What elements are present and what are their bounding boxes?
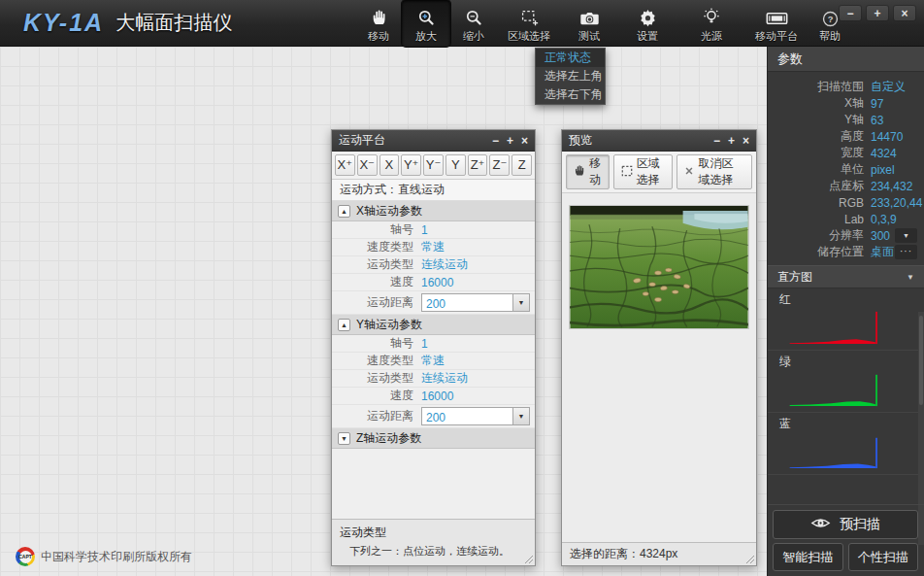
- toolbar-button-zoom-in[interactable]: 放大: [402, 0, 450, 47]
- blue-histogram: [787, 433, 890, 470]
- menu-item-normal-state[interactable]: 正常状态: [536, 49, 605, 67]
- row-value[interactable]: 97: [871, 97, 924, 111]
- histogram-header[interactable]: 直方图 ▼: [768, 265, 924, 288]
- row-value[interactable]: 63: [871, 114, 924, 127]
- parameters-sidebar: 参数 扫描范围 自定义 X轴 97 Y轴 63 高度 14470 宽度 4324: [767, 47, 924, 576]
- row-value[interactable]: 4324: [871, 147, 924, 160]
- red-histogram: [787, 309, 890, 346]
- row-value[interactable]: 常速: [421, 353, 535, 369]
- row-label: 扫描范围: [768, 79, 871, 95]
- panel-minimize-button[interactable]: −: [713, 135, 720, 147]
- toolbar-label: 帮助: [819, 29, 841, 44]
- motion-panel-titlebar[interactable]: 运动平台 − + ×: [332, 130, 535, 152]
- copyright-bar: CAPT 中国科学技术印刷所版权所有: [16, 547, 192, 566]
- row-value[interactable]: 1: [421, 337, 535, 351]
- channel-label: 红: [768, 291, 924, 308]
- toolbar-button-test[interactable]: 测试: [561, 0, 617, 47]
- resize-grip[interactable]: [744, 554, 754, 563]
- axis-z-minus-button[interactable]: Z⁻: [489, 154, 510, 176]
- browse-location-button[interactable]: ···: [895, 245, 917, 259]
- row-value[interactable]: 16000: [421, 390, 535, 403]
- parameters-rows: 扫描范围 自定义 X轴 97 Y轴 63 高度 14470 宽度 4324 单位…: [768, 72, 924, 260]
- row-value: 233,20,44: [871, 196, 924, 210]
- axis-x-button[interactable]: X: [380, 154, 400, 176]
- toolbar-button-moving-platform[interactable]: 移动平台: [745, 0, 808, 47]
- panel-maximize-button[interactable]: +: [507, 135, 513, 147]
- toolbar-button-region-select[interactable]: 区域选择: [497, 0, 561, 47]
- row-value[interactable]: 常速: [421, 239, 535, 255]
- param-row-lab: Lab 0,3,9: [768, 211, 924, 227]
- preview-cancel-selection-button[interactable]: 取消区域选择: [676, 154, 752, 189]
- toolbar-label: 移动平台: [755, 29, 798, 44]
- collapse-icon[interactable]: ▲: [338, 205, 350, 218]
- panel-close-button[interactable]: ×: [742, 135, 749, 147]
- y-axis-section-header[interactable]: ▲ Y轴运动参数: [332, 315, 535, 335]
- row-label: 分辨率: [768, 227, 871, 244]
- resolution-dropdown-button[interactable]: ▼: [895, 228, 917, 243]
- menu-item-select-bottom-right[interactable]: 选择右下角: [536, 85, 605, 104]
- panel-maximize-button[interactable]: +: [728, 135, 735, 147]
- param-row-width: 宽度 4324: [768, 145, 924, 161]
- toolbar-button-settings[interactable]: 设置: [617, 0, 677, 47]
- axis-y-button[interactable]: Y: [446, 154, 466, 176]
- toolbar-label: 缩小: [463, 29, 484, 44]
- preview-image-area[interactable]: [562, 193, 756, 542]
- row-value[interactable]: pixel: [871, 163, 924, 177]
- toolbar-button-light-source[interactable]: 光源: [677, 0, 745, 47]
- toolbar-button-move[interactable]: 移动: [355, 0, 402, 47]
- window-maximize-button[interactable]: +: [866, 5, 889, 21]
- row-value[interactable]: 1: [421, 223, 535, 237]
- row-value[interactable]: 16000: [421, 276, 535, 289]
- param-row-combobox: 运动距离 200 ▼: [332, 291, 535, 315]
- scrollbar-thumb[interactable]: [919, 316, 923, 405]
- panel-minimize-button[interactable]: −: [492, 135, 499, 147]
- smart-scan-button[interactable]: 智能扫描: [773, 543, 843, 571]
- preview-region-select-button[interactable]: 区域选择: [613, 154, 674, 189]
- axis-x-plus-button[interactable]: X⁺: [335, 154, 355, 176]
- row-label: X轴: [768, 95, 871, 112]
- light-bulb-icon: [703, 6, 720, 27]
- window-minimize-button[interactable]: −: [839, 5, 862, 21]
- axis-z-button[interactable]: Z: [512, 154, 532, 176]
- app-title: 大幅面扫描仪: [116, 10, 232, 36]
- distance-combobox[interactable]: 200 ▼: [421, 293, 530, 312]
- chevron-down-icon[interactable]: ▼: [907, 273, 914, 282]
- row-value[interactable]: 自定义: [871, 79, 924, 95]
- more-icon: ···: [900, 246, 912, 256]
- histogram-red-channel: 红: [768, 288, 924, 351]
- param-row: 速度 16000: [332, 274, 535, 291]
- window-controls: − + ×: [839, 5, 916, 21]
- axis-x-minus-button[interactable]: X⁻: [357, 154, 378, 176]
- collapse-icon[interactable]: ▲: [338, 319, 350, 331]
- toolbar-button-zoom-out[interactable]: 缩小: [450, 0, 497, 47]
- param-row-combobox: 运动距离 200 ▼: [332, 405, 535, 428]
- chevron-down-icon[interactable]: ▼: [512, 408, 529, 424]
- panel-close-button[interactable]: ×: [521, 135, 528, 147]
- platform-icon: [766, 6, 788, 27]
- expand-icon[interactable]: ▼: [338, 432, 350, 445]
- axis-y-minus-button[interactable]: Y⁻: [423, 154, 444, 176]
- prescan-button[interactable]: 预扫描: [773, 510, 918, 539]
- row-value[interactable]: 连续运动: [421, 256, 535, 273]
- x-axis-section-header[interactable]: ▲ X轴运动参数: [332, 201, 535, 221]
- region-select-menu: 正常状态 选择左上角 选择右下角: [535, 48, 606, 105]
- scrollbar[interactable]: [918, 312, 924, 545]
- distance-combobox[interactable]: 200 ▼: [421, 407, 530, 425]
- menu-item-select-top-left[interactable]: 选择左上角: [536, 67, 605, 85]
- app-logo: KY-1A 大幅面扫描仪: [23, 9, 232, 37]
- preview-panel-titlebar[interactable]: 预览 − + ×: [562, 130, 756, 152]
- chevron-down-icon[interactable]: ▼: [512, 294, 529, 311]
- row-value[interactable]: 14470: [871, 130, 924, 144]
- axis-z-plus-button[interactable]: Z⁺: [468, 154, 488, 176]
- row-label: 点座标: [768, 178, 871, 194]
- z-axis-section-header[interactable]: ▼ Z轴运动参数: [332, 428, 535, 449]
- row-label: RGB: [768, 196, 871, 210]
- gear-icon: [639, 6, 657, 27]
- preview-move-button[interactable]: 移动: [566, 154, 610, 189]
- window-close-button[interactable]: ×: [893, 5, 916, 21]
- row-value[interactable]: 连续运动: [421, 370, 535, 387]
- axis-y-plus-button[interactable]: Y⁺: [401, 154, 421, 176]
- param-row: 速度类型 常速: [332, 239, 535, 256]
- section-title: X轴运动参数: [356, 203, 422, 220]
- custom-scan-button[interactable]: 个性扫描: [848, 543, 919, 571]
